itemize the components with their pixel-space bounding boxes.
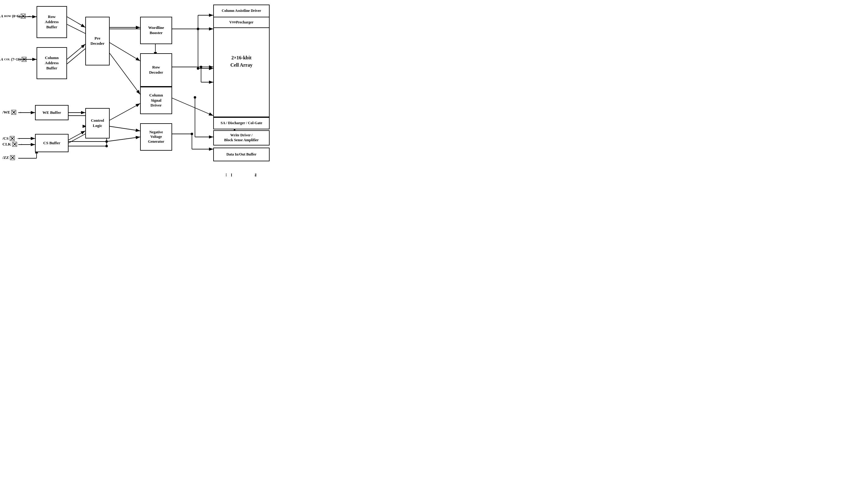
a-col-label: ACOL (7~11) → [1, 57, 32, 62]
row-address-buffer-block: Row Address Buffer [37, 6, 67, 38]
svg-line-11 [110, 42, 140, 61]
cs-buffer-block: CS Buffer [35, 134, 69, 152]
cs-xbox [10, 136, 15, 141]
svg-point-51 [197, 28, 199, 30]
row-decoder-block: Row Decoder [140, 53, 172, 87]
dout-label: ↓ DOUT(0~7) [247, 172, 263, 177]
clk-xbox [12, 142, 17, 147]
cell-array-block: Column Assistline Driver VDD Precharger … [213, 4, 270, 117]
svg-line-31 [110, 126, 140, 131]
svg-point-53 [200, 66, 202, 68]
we-label: /WE → [2, 110, 22, 115]
svg-line-30 [110, 104, 140, 120]
diagram: Row Address Buffer Column Address Buffer… [0, 0, 274, 177]
svg-point-54 [194, 96, 196, 98]
svg-point-56 [105, 140, 108, 143]
sa-discharger-block: SA / Discharger / Col-Gate [213, 117, 270, 129]
write-driver-block: Write Driver /Block Sense Amplifier [213, 130, 270, 145]
we-xbox [11, 110, 16, 115]
din-label: ↕ DIN(0~7) [219, 172, 233, 177]
pre-decoder-block: Pre Decoder [85, 17, 110, 66]
negative-voltage-generator-block: Negative Voltage Generator [140, 123, 172, 151]
svg-line-8 [67, 44, 85, 59]
clk-label: CLK → [2, 142, 23, 147]
column-signal-driver-block: Column Signal Driver [140, 87, 172, 114]
svg-point-57 [105, 145, 108, 147]
control-logic-block: Control Logic [85, 108, 110, 139]
svg-point-55 [191, 133, 193, 135]
svg-line-6 [67, 17, 85, 28]
data-inout-buffer-block: Data In/Out Buffer [213, 148, 270, 161]
wordline-booster-block: Wordline Booster [140, 17, 172, 44]
zz-label: /ZZ [2, 155, 15, 160]
zz-xbox [10, 155, 15, 160]
svg-line-38 [107, 137, 140, 142]
svg-line-23 [171, 97, 213, 116]
svg-line-29 [69, 134, 85, 143]
column-address-buffer-block: Column Address Buffer [37, 47, 67, 79]
svg-line-12 [110, 53, 140, 94]
a-row-xbox [21, 14, 25, 19]
a-row-label: AROW (0~6) → [1, 13, 31, 19]
svg-line-7 [67, 24, 85, 34]
a-col-xbox [22, 57, 27, 62]
svg-point-52 [197, 67, 199, 70]
cs-label: /CS → [2, 136, 21, 141]
svg-line-9 [67, 49, 85, 64]
svg-line-28 [69, 131, 85, 140]
we-buffer-block: WE Buffer [35, 105, 69, 120]
